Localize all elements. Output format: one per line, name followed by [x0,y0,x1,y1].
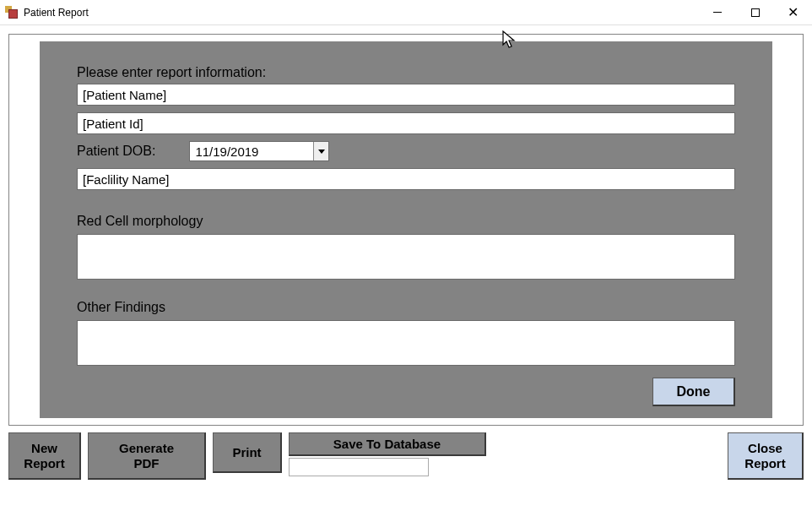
close-report-button[interactable]: CloseReport [728,432,804,480]
minimize-icon [713,12,722,13]
dob-date-picker[interactable]: 11/19/2019 [189,141,329,161]
dob-value: 11/19/2019 [190,144,313,159]
patient-id-input[interactable] [77,112,735,134]
print-button[interactable]: Print [213,432,282,473]
dob-label: Patient DOB: [77,144,155,159]
close-window-button[interactable]: ✕ [774,0,812,24]
chevron-down-icon [318,149,325,154]
patient-name-input[interactable] [77,84,735,106]
form-prompt-label: Please enter report information: [77,65,735,80]
save-status-field [289,458,429,476]
facility-name-input[interactable] [77,168,735,190]
window-controls: ✕ [698,0,812,24]
other-findings-input[interactable] [77,320,735,366]
minimize-button[interactable] [698,0,736,24]
title-bar: Patient Report ✕ [0,0,812,25]
new-report-button[interactable]: NewReport [8,432,81,480]
save-group: Save To Database [289,432,486,480]
app-icon [5,6,19,19]
form-panel: Please enter report information: Patient… [40,41,772,418]
red-cell-label: Red Cell morphology [77,214,735,229]
save-to-database-button[interactable]: Save To Database [289,432,486,456]
maximize-icon [751,8,760,17]
dob-row: Patient DOB: 11/19/2019 [77,141,735,161]
toolbar-spacer [493,432,721,480]
maximize-button[interactable] [736,0,774,24]
done-button[interactable]: Done [652,378,735,406]
other-findings-label: Other Findings [77,300,735,315]
main-frame: Please enter report information: Patient… [8,34,804,426]
dob-dropdown-button[interactable] [313,142,328,160]
bottom-toolbar: NewReport GeneratePDF Print Save To Data… [8,426,804,480]
content-area: Please enter report information: Patient… [0,25,812,511]
red-cell-input[interactable] [77,234,735,280]
close-icon: ✕ [788,6,798,19]
window-title: Patient Report [24,7,698,19]
generate-pdf-button[interactable]: GeneratePDF [88,432,206,480]
done-row: Done [77,378,735,406]
